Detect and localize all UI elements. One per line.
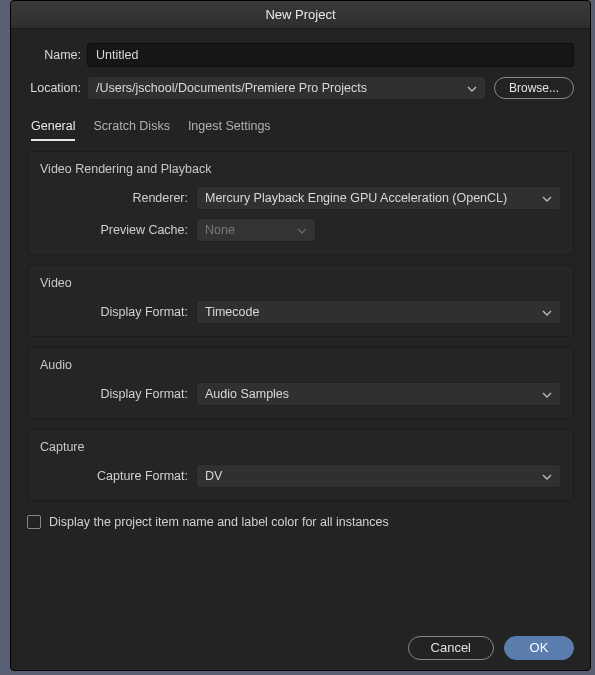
renderer-select[interactable]: Mercury Playback Engine GPU Acceleration… xyxy=(196,186,561,210)
preview-cache-value: None xyxy=(205,223,235,237)
section-video: Video Display Format: Timecode xyxy=(27,265,574,337)
video-display-select[interactable]: Timecode xyxy=(196,300,561,324)
section-capture-title: Capture xyxy=(40,440,561,454)
chevron-down-icon xyxy=(542,307,552,317)
section-capture: Capture Capture Format: DV xyxy=(27,429,574,501)
browse-button[interactable]: Browse... xyxy=(494,77,574,99)
chevron-down-icon xyxy=(542,193,552,203)
video-display-row: Display Format: Timecode xyxy=(40,300,561,324)
new-project-dialog: New Project Name: Location: /Users/jscho… xyxy=(10,0,591,671)
chevron-down-icon xyxy=(542,471,552,481)
chevron-down-icon xyxy=(542,389,552,399)
preview-cache-label: Preview Cache: xyxy=(40,223,196,237)
tab-general[interactable]: General xyxy=(31,119,75,141)
chevron-down-icon xyxy=(467,83,477,93)
capture-format-value: DV xyxy=(205,469,222,483)
location-row: Location: /Users/jschool/Documents/Premi… xyxy=(27,76,574,100)
renderer-label: Renderer: xyxy=(40,191,196,205)
tabs: General Scratch Disks Ingest Settings xyxy=(27,119,574,141)
audio-display-row: Display Format: Audio Samples xyxy=(40,382,561,406)
location-value: /Users/jschool/Documents/Premiere Pro Pr… xyxy=(96,81,367,95)
section-audio-title: Audio xyxy=(40,358,561,372)
capture-format-select[interactable]: DV xyxy=(196,464,561,488)
tab-scratch-disks[interactable]: Scratch Disks xyxy=(93,119,169,141)
capture-format-row: Capture Format: DV xyxy=(40,464,561,488)
section-video-title: Video xyxy=(40,276,561,290)
display-item-name-checkbox-row[interactable]: Display the project item name and label … xyxy=(27,515,574,529)
section-audio: Audio Display Format: Audio Samples xyxy=(27,347,574,419)
display-item-name-label: Display the project item name and label … xyxy=(49,515,389,529)
renderer-value: Mercury Playback Engine GPU Acceleration… xyxy=(205,191,507,205)
name-label: Name: xyxy=(27,48,87,62)
dialog-title: New Project xyxy=(11,1,590,29)
location-label: Location: xyxy=(27,81,87,95)
ok-button[interactable]: OK xyxy=(504,636,574,660)
preview-cache-select: None xyxy=(196,218,316,242)
chevron-down-icon xyxy=(297,225,307,235)
audio-display-label: Display Format: xyxy=(40,387,196,401)
location-select[interactable]: /Users/jschool/Documents/Premiere Pro Pr… xyxy=(87,76,486,100)
cancel-button[interactable]: Cancel xyxy=(408,636,494,660)
display-item-name-checkbox[interactable] xyxy=(27,515,41,529)
name-row: Name: xyxy=(27,43,574,67)
preview-cache-row: Preview Cache: None xyxy=(40,218,561,242)
dialog-footer: Cancel OK xyxy=(27,626,574,660)
audio-display-select[interactable]: Audio Samples xyxy=(196,382,561,406)
audio-display-value: Audio Samples xyxy=(205,387,289,401)
video-display-label: Display Format: xyxy=(40,305,196,319)
dialog-body: Name: Location: /Users/jschool/Documents… xyxy=(11,29,590,670)
capture-format-label: Capture Format: xyxy=(40,469,196,483)
tab-ingest-settings[interactable]: Ingest Settings xyxy=(188,119,271,141)
video-display-value: Timecode xyxy=(205,305,259,319)
section-rendering-title: Video Rendering and Playback xyxy=(40,162,561,176)
section-rendering: Video Rendering and Playback Renderer: M… xyxy=(27,151,574,255)
renderer-row: Renderer: Mercury Playback Engine GPU Ac… xyxy=(40,186,561,210)
name-input[interactable] xyxy=(87,43,574,67)
